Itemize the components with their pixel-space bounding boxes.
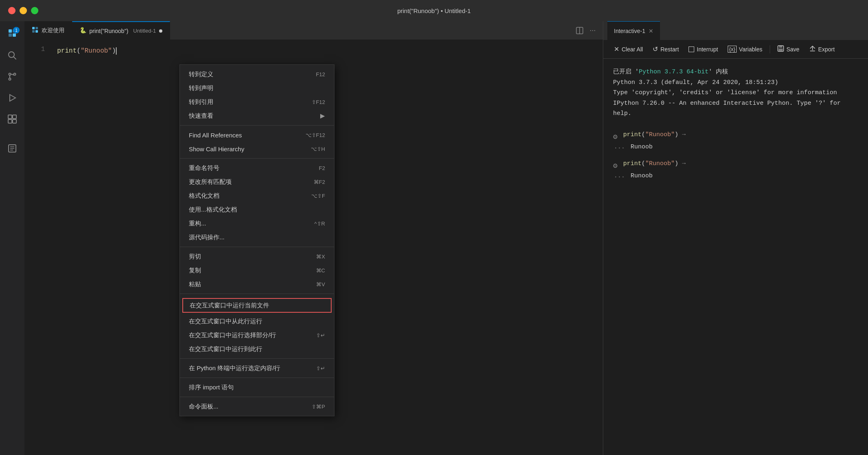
panel-content[interactable]: 已开启 'Python 3.7.3 64-bit' 内核 Python 3.7.…: [603, 59, 868, 455]
cell-input-2: ⚙ print("Runoob") →: [613, 160, 858, 170]
tab-filename-label: Untitled-1: [133, 28, 156, 34]
cell-gear-icon-2: ⚙: [613, 161, 618, 170]
cell-code-2: print("Runoob") →: [623, 160, 686, 167]
menu-paste[interactable]: 粘贴 ⌘V: [180, 277, 334, 291]
clear-all-button[interactable]: ✕ Clear All: [610, 44, 647, 55]
variables-icon: {x}: [728, 46, 736, 53]
menu-change-all-occurrences[interactable]: 更改所有匹配项 ⌘F2: [180, 175, 334, 189]
sidebar-item-notebook[interactable]: [3, 139, 21, 157]
interrupt-icon: [689, 46, 694, 52]
sidebar-item-extensions[interactable]: [3, 110, 21, 128]
menu-cut[interactable]: 剪切 ⌘X: [180, 250, 334, 263]
menu-run-to-line[interactable]: 在交互式窗口中运行到此行: [180, 342, 334, 356]
editor-content: 1 print("Runoob") 转到定义 F12 转到声明 转到引用: [24, 40, 603, 455]
sidebar-item-git[interactable]: [3, 68, 21, 86]
cell-input-1: ⚙ print("Runoob") →: [613, 131, 858, 141]
menu-refactor[interactable]: 重构... ^⇧R: [180, 216, 334, 230]
menu-source-action[interactable]: 源代码操作...: [180, 230, 334, 244]
intro-line-3: Type 'copyright', 'credits' or 'license'…: [613, 88, 858, 98]
cell-block-1: ⚙ print("Runoob") → ... Runoob: [613, 131, 858, 150]
variables-button[interactable]: {x} Variables: [724, 44, 766, 54]
menu-run-from-line[interactable]: 在交互式窗口中从此行运行: [180, 314, 334, 328]
svg-line-5: [13, 57, 16, 59]
restart-button[interactable]: ↺ Restart: [649, 44, 683, 55]
svg-rect-15: [13, 119, 16, 123]
menu-sep-4: [180, 294, 334, 294]
cell-code-1: print("Runoob") →: [623, 131, 686, 138]
menu-goto-references[interactable]: 转到引用 ⇧F12: [180, 95, 334, 109]
minimize-button[interactable]: [20, 7, 27, 14]
cell-output-row-2: ... Runoob: [613, 172, 858, 179]
menu-sep-2: [180, 158, 334, 159]
interrupt-button[interactable]: Interrupt: [684, 44, 722, 54]
tab-interactive-1[interactable]: Interactive-1 ✕: [607, 21, 660, 40]
menu-run-selection[interactable]: 在交互式窗口中运行选择部分/行 ⇧↵: [180, 328, 334, 342]
python-tab-icon: 🐍: [80, 27, 86, 35]
text-cursor: [116, 47, 117, 55]
interrupt-label: Interrupt: [697, 46, 718, 53]
menu-sort-imports[interactable]: 排序 import 语句: [180, 380, 334, 394]
menu-goto-declaration[interactable]: 转到声明: [180, 81, 334, 95]
vscode-tab-icon: [32, 27, 38, 34]
menu-rename-symbol[interactable]: 重命名符号 F2: [180, 161, 334, 175]
cell-output-2: Runoob: [631, 172, 653, 179]
svg-rect-20: [32, 27, 35, 29]
svg-point-6: [9, 78, 11, 80]
svg-point-8: [9, 73, 11, 75]
more-actions-button[interactable]: ···: [587, 24, 599, 37]
restart-label: Restart: [660, 46, 679, 53]
sidebar-item-explorer[interactable]: 1: [3, 25, 21, 43]
tab-welcome[interactable]: 欢迎使用: [24, 21, 72, 40]
code-func-print: print: [57, 47, 77, 55]
export-label: Export: [818, 46, 835, 53]
tab-modified-dot: [159, 29, 162, 33]
save-icon: [777, 45, 784, 53]
svg-rect-0: [9, 29, 12, 33]
menu-run-in-interactive-file[interactable]: 在交互式窗口中运行当前文件: [182, 298, 332, 313]
line-numbers: 1: [24, 40, 49, 455]
svg-rect-3: [13, 33, 16, 37]
sidebar-item-search[interactable]: [3, 46, 21, 64]
clear-all-label: Clear All: [622, 46, 643, 53]
svg-rect-28: [779, 46, 782, 48]
menu-find-all-references[interactable]: Find All References ⌥⇧F12: [180, 128, 334, 142]
menu-format-document[interactable]: 格式化文档 ⌥⇧F: [180, 189, 334, 203]
tab-actions: ···: [574, 24, 603, 37]
maximize-button[interactable]: [31, 7, 38, 14]
panel-tab-label: Interactive-1: [614, 28, 645, 34]
svg-rect-2: [9, 33, 12, 37]
menu-sep-6: [180, 378, 334, 378]
sidebar-item-run[interactable]: [3, 89, 21, 107]
menu-quick-peek[interactable]: 快速查看 ▶: [180, 109, 334, 123]
export-icon: [809, 45, 816, 53]
restart-icon: ↺: [653, 45, 658, 53]
panel-tab-close-button[interactable]: ✕: [649, 28, 653, 34]
intro-line-4: IPython 7.26.0 -- An enhanced Interactiv…: [613, 98, 858, 119]
menu-show-call-hierarchy[interactable]: Show Call Hierarchy ⌥⇧H: [180, 142, 334, 156]
menu-run-file-wrapper: 在交互式窗口中运行当前文件: [180, 296, 334, 314]
svg-rect-29: [779, 49, 783, 51]
clear-all-icon: ✕: [614, 45, 619, 53]
tab-untitled[interactable]: 🐍 print("Runoob") Untitled-1: [72, 21, 170, 40]
menu-sep-3: [180, 247, 334, 247]
menu-run-in-terminal[interactable]: 在 Python 终端中运行选定内容/行 ⇧↵: [180, 361, 334, 375]
split-editor-button[interactable]: [574, 24, 586, 37]
menu-command-palette[interactable]: 命令面板... ⇧⌘P: [180, 400, 334, 413]
context-menu: 转到定义 F12 转到声明 转到引用 ⇧F12 快速查看 ▶ Find Al: [179, 64, 334, 416]
save-button[interactable]: Save: [773, 44, 804, 55]
svg-text:🐍: 🐍: [80, 27, 86, 33]
intro-line-1: 已开启 'Python 3.7.3 64-bit' 内核: [613, 67, 858, 77]
line-number-1: 1: [24, 46, 45, 53]
menu-copy[interactable]: 复制 ⌘C: [180, 263, 334, 277]
save-label: Save: [786, 46, 799, 53]
svg-rect-12: [8, 115, 12, 119]
titlebar: print("Runoob") • Untitled-1: [0, 0, 868, 21]
interactive-panel: Interactive-1 ✕ ✕ Clear All ↺ Restart In…: [603, 21, 868, 455]
svg-rect-22: [32, 30, 35, 33]
export-button[interactable]: Export: [805, 44, 839, 55]
menu-goto-definition[interactable]: 转到定义 F12: [180, 67, 334, 81]
menu-sep-1: [180, 125, 334, 126]
menu-format-document-with[interactable]: 使用...格式化文档: [180, 203, 334, 216]
cell-block-2: ⚙ print("Runoob") → ... Runoob: [613, 160, 858, 179]
close-button[interactable]: [8, 7, 16, 14]
